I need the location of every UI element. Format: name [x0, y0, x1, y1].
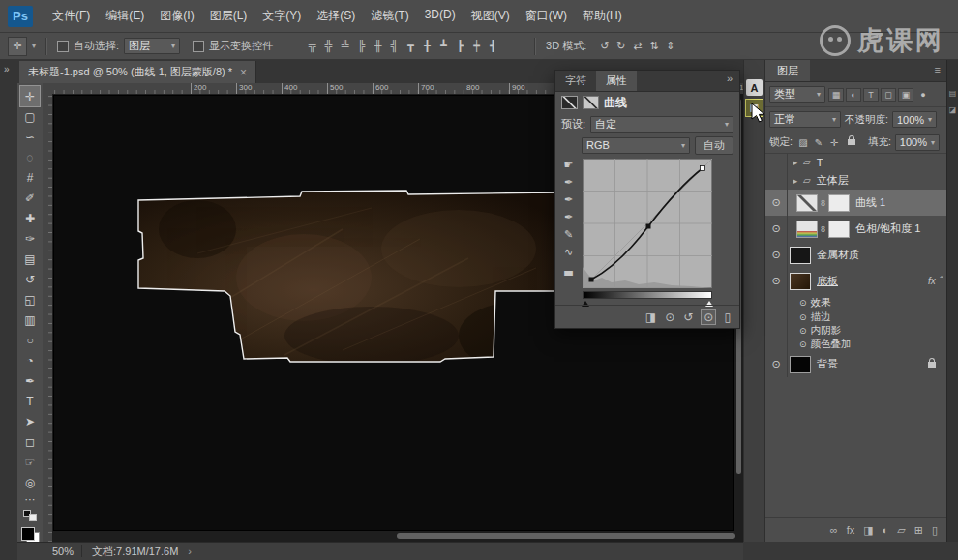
filter-adjustment-layers-icon[interactable]: ◐ — [846, 88, 861, 102]
3d-rotate-icon[interactable]: ↺ — [597, 40, 612, 52]
effects-title-row[interactable]: ⊙ 效果 — [765, 294, 947, 310]
layer-thumbnail[interactable] — [790, 273, 811, 290]
curve-graph[interactable] — [583, 159, 712, 288]
delete-layer-icon[interactable]: ▯ — [932, 524, 938, 537]
panel-menu-icon[interactable]: ≡ — [928, 60, 947, 81]
blur-tool[interactable]: ○ — [20, 330, 40, 350]
type-tool[interactable]: T — [20, 391, 40, 411]
lock-pixels-icon[interactable]: ✎ — [812, 137, 825, 148]
filter-type-dropdown[interactable]: 类型 ▾ — [769, 86, 825, 103]
dodge-tool[interactable]: ◔ — [20, 350, 40, 370]
menu-type[interactable]: 文字(Y) — [254, 4, 309, 28]
lasso-tool[interactable]: ∽ — [20, 127, 40, 147]
visibility-toggle[interactable]: ⊙ — [765, 216, 788, 242]
visibility-toggle[interactable] — [765, 324, 788, 338]
gradient-tool[interactable]: ▥ — [20, 309, 40, 330]
layer-name[interactable]: 底板 — [817, 274, 838, 288]
actions-panel-icon[interactable]: A — [746, 79, 763, 96]
eye-icon[interactable]: ⊙ — [799, 298, 807, 308]
distribute-right-edges-icon[interactable]: ┫ — [486, 40, 500, 52]
menu-view[interactable]: 视图(V) — [464, 4, 518, 28]
quick-selection-tool[interactable]: ◌ — [20, 147, 40, 167]
layer-name[interactable]: 立体层 — [817, 173, 849, 188]
align-top-edges-icon[interactable]: ╦ — [305, 40, 319, 52]
menu-layer[interactable]: 图层(L) — [202, 4, 255, 28]
distribute-horizontal-centers-icon[interactable]: ┿ — [469, 40, 484, 52]
tab-properties[interactable]: 属性 — [596, 71, 637, 91]
visibility-toggle[interactable] — [765, 153, 788, 171]
clip-to-layer-icon[interactable]: ◨ — [645, 310, 656, 324]
menu-file[interactable]: 文件(F) — [45, 4, 98, 28]
edit-toolbar-icon[interactable]: ⋯ — [20, 492, 40, 506]
blend-mode-dropdown[interactable]: 正常 ▾ — [769, 111, 841, 128]
layer-effect-row[interactable]: ⊙ 内阴影 — [765, 324, 947, 338]
layer-row-base[interactable]: ⊙ 底板 fx ˆ — [765, 268, 947, 294]
new-group-icon[interactable]: ▱ — [897, 524, 905, 537]
align-left-edges-icon[interactable]: ╠ — [354, 40, 369, 52]
mask-thumbnail[interactable] — [828, 221, 850, 238]
tab-layers[interactable]: 图层 — [765, 60, 810, 81]
visibility-toggle[interactable]: ⊙ — [765, 242, 788, 268]
layer-row-hue[interactable]: ⊙ 8 色相/饱和度 1 — [765, 216, 947, 242]
horizontal-scrollbar[interactable] — [397, 533, 735, 539]
menu-filter[interactable]: 滤镜(T) — [363, 4, 416, 28]
new-layer-icon[interactable]: ⊞ — [914, 524, 923, 537]
rectangle-tool[interactable]: ◻ — [20, 431, 40, 452]
menu-window[interactable]: 窗口(W) — [518, 4, 575, 28]
distribute-bottom-edges-icon[interactable]: ┻ — [436, 40, 451, 52]
visibility-toggle[interactable]: ⊙ — [765, 268, 788, 294]
layer-row-background[interactable]: ⊙ 背景 — [765, 351, 947, 377]
3d-drag-icon[interactable]: ⇄ — [630, 40, 644, 52]
curve-smooth-icon[interactable]: ∿ — [564, 246, 573, 260]
3d-slide-icon[interactable]: ⇅ — [646, 40, 661, 52]
layer-name[interactable]: 背景 — [817, 357, 838, 371]
layer-name[interactable]: T — [817, 157, 823, 168]
fill-dropdown[interactable]: 100% ▾ — [895, 134, 940, 151]
gray-point-eyedropper-icon[interactable]: ✒ — [564, 193, 573, 208]
menu-3d[interactable]: 3D(D) — [417, 4, 464, 28]
filter-type-layers-icon[interactable]: T — [863, 88, 879, 102]
layer-style-icon[interactable]: fx — [847, 524, 855, 536]
menu-image[interactable]: 图像(I) — [152, 4, 201, 28]
zoom-level[interactable]: 50% — [52, 545, 82, 557]
chevron-up-icon[interactable]: ˆ — [940, 276, 943, 286]
clone-stamp-tool[interactable]: ▤ — [20, 249, 40, 269]
view-previous-state-icon[interactable]: ⊙ — [665, 310, 674, 324]
filter-pixel-layers-icon[interactable]: ▦ — [828, 88, 844, 102]
layer-thumbnail[interactable] — [796, 221, 818, 238]
layer-thumbnail[interactable] — [790, 356, 811, 373]
eye-icon[interactable]: ⊙ — [799, 339, 807, 349]
current-tool-icon[interactable]: ✛ — [8, 37, 27, 56]
rectangular-marquee-tool[interactable]: ▢ — [20, 106, 40, 127]
collapsed-panel-icon-1[interactable]: ▤ — [949, 89, 957, 98]
chevron-right-icon[interactable]: ▸ — [790, 176, 801, 186]
channel-dropdown[interactable]: RGB ▾ — [582, 137, 690, 154]
new-adjustment-layer-icon[interactable]: ◐ — [883, 524, 889, 536]
lock-transparency-icon[interactable]: ▨ — [796, 137, 810, 148]
align-right-edges-icon[interactable]: ╣ — [387, 40, 402, 52]
layer-name[interactable]: 色相/饱和度 1 — [855, 221, 920, 236]
eraser-tool[interactable]: ◱ — [20, 289, 40, 309]
double-chevron-icon[interactable]: » — [4, 64, 10, 74]
align-vertical-centers-icon[interactable]: ╬ — [321, 40, 336, 52]
filter-smart-objects-icon[interactable]: ▣ — [898, 88, 913, 102]
layer-group-row-solid[interactable]: ▸ ▱ 立体层 — [765, 171, 947, 190]
white-point-eyedropper-icon[interactable]: ✒ — [564, 211, 573, 225]
black-point-eyedropper-icon[interactable]: ✒ — [564, 176, 573, 191]
curve-pencil-icon[interactable]: ✎ — [564, 228, 573, 243]
move-tool[interactable]: ✛ — [20, 86, 40, 106]
lock-position-icon[interactable]: ✛ — [827, 137, 841, 148]
eyedropper-tool[interactable]: ✐ — [20, 188, 40, 208]
history-brush-tool[interactable]: ↺ — [20, 269, 40, 289]
eye-icon[interactable]: ⊙ — [799, 326, 807, 336]
delete-adjustment-icon[interactable]: ▯ — [724, 310, 731, 324]
filter-toggle-icon[interactable]: ● — [915, 88, 931, 102]
layer-fx-badge[interactable]: fx ˆ — [928, 276, 947, 286]
lock-all-button[interactable] — [845, 139, 858, 145]
close-icon[interactable]: × — [240, 66, 247, 79]
collapsed-panel-icon-2[interactable]: ◪ — [949, 105, 957, 114]
filter-shape-layers-icon[interactable]: ◻ — [881, 88, 896, 102]
show-transform-checkbox[interactable] — [193, 41, 204, 52]
menu-select[interactable]: 选择(S) — [309, 4, 363, 28]
opacity-dropdown[interactable]: 100% ▾ — [892, 111, 937, 128]
